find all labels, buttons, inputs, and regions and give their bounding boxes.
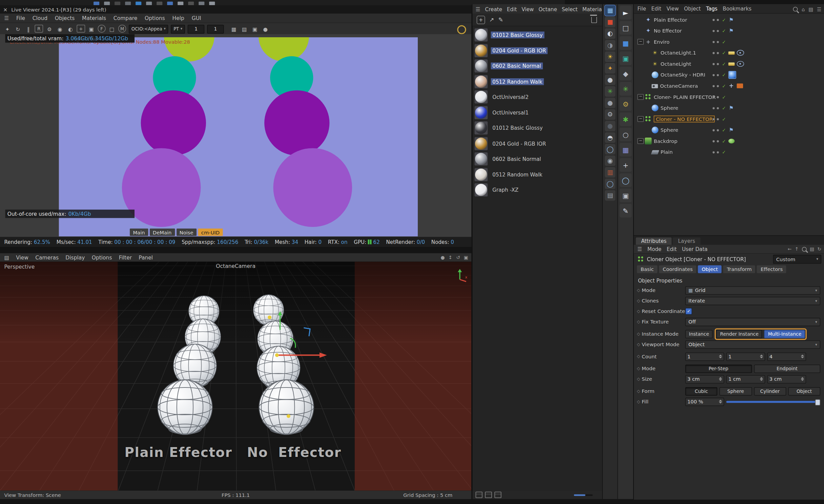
grid-view-icon[interactable] xyxy=(485,492,492,498)
texture-checker-icon[interactable]: ▦ xyxy=(605,5,615,16)
enabled-check-icon[interactable]: ✓ xyxy=(722,117,726,122)
object-tag-icon[interactable] xyxy=(728,17,735,23)
film-settings-icon[interactable]: F xyxy=(98,25,105,33)
samples-field-2[interactable]: 1 xyxy=(207,24,224,33)
menu-item[interactable]: GUI xyxy=(192,15,201,21)
form-sphere-button[interactable]: Sphere xyxy=(720,387,752,395)
material-item[interactable]: 0204 Gold - RGB IOR xyxy=(472,136,602,151)
add-pass-icon[interactable]: + xyxy=(77,25,85,33)
object-tags[interactable]: ✓ xyxy=(713,71,736,79)
hamburger-menu-icon[interactable]: ☰ xyxy=(4,15,9,21)
material-thumbnail[interactable] xyxy=(475,106,488,119)
sphere-material-2-icon[interactable]: ● xyxy=(605,98,615,108)
pen-tool-icon[interactable]: ✎ xyxy=(620,204,632,217)
object-row[interactable]: Backdrop ✓ xyxy=(634,135,824,147)
pick-focus-ring-icon[interactable] xyxy=(457,25,466,34)
key-icon[interactable]: ◇ xyxy=(637,342,640,347)
sphere-material-icon[interactable]: ● xyxy=(605,75,615,85)
form-object-button[interactable]: Object xyxy=(788,387,820,395)
tab-object[interactable]: Object xyxy=(698,265,722,273)
object-name[interactable]: OctaneLight.1 xyxy=(661,50,696,56)
render-visibility-dot[interactable] xyxy=(717,85,719,87)
count-z-field[interactable]: 4 xyxy=(767,352,806,361)
material-thumbnail[interactable] xyxy=(475,90,488,104)
tab-attributes[interactable]: Attributes xyxy=(636,237,672,245)
viewport-hamburger-icon[interactable]: ▤ xyxy=(4,254,9,260)
key-icon[interactable]: ◇ xyxy=(637,399,640,404)
material-thumbnail[interactable] xyxy=(475,75,488,88)
editor-visibility-dot[interactable] xyxy=(713,85,715,87)
tab-transform[interactable]: Transform xyxy=(723,265,755,273)
render-pass-tab[interactable]: cm-UID xyxy=(198,229,223,236)
menu-item[interactable]: Compare xyxy=(114,15,137,21)
shaded-sphere-icon[interactable]: ◓ xyxy=(605,132,615,143)
globe-icon[interactable]: ◯ xyxy=(605,144,615,154)
object-tags[interactable]: ✓ xyxy=(713,27,734,34)
delete-material-icon[interactable] xyxy=(591,17,597,23)
material-item[interactable]: 0512 Random Walk xyxy=(472,74,602,89)
expand-toggle-icon[interactable] xyxy=(637,39,644,45)
editor-visibility-dot[interactable] xyxy=(713,63,715,65)
menu-item[interactable]: Filter xyxy=(119,254,132,260)
tab-layers[interactable]: Layers xyxy=(673,237,700,245)
ocio-dropdown[interactable]: OCIO:<Appea▾ xyxy=(129,24,168,33)
menu-item[interactable]: Help xyxy=(172,15,184,21)
menu-item[interactable]: Cloud xyxy=(33,15,47,21)
enabled-check-icon[interactable]: ✓ xyxy=(722,39,726,45)
screen-display-icon[interactable]: ▣ xyxy=(620,51,632,65)
count-x-field[interactable]: 1 xyxy=(685,352,724,361)
object-tag-icon[interactable] xyxy=(737,50,744,56)
sphere-stack-icon[interactable]: ◉ xyxy=(605,155,615,166)
render-start-icon[interactable]: ✦ xyxy=(3,25,12,33)
object-row[interactable]: Cloner- PLAIN EFFECTOR ✓ xyxy=(634,91,824,103)
sphere-wire-icon[interactable]: ○ xyxy=(620,128,632,141)
sun-light-icon[interactable]: ☀ xyxy=(605,51,615,62)
list-view-icon[interactable] xyxy=(476,492,482,498)
object-tag-icon[interactable] xyxy=(728,139,735,143)
object-name[interactable]: Plain Effector xyxy=(654,17,687,23)
key-icon[interactable]: ◇ xyxy=(637,354,640,359)
material-thumbnail[interactable] xyxy=(475,60,488,73)
object-row[interactable]: OctaneCamera ✓ xyxy=(634,80,824,91)
thumbnail-size-slider[interactable] xyxy=(574,494,593,496)
material-thumbnail[interactable] xyxy=(475,28,488,42)
menu-item[interactable]: Cameras xyxy=(35,254,59,260)
editor-visibility-dot[interactable] xyxy=(713,52,715,54)
editor-visibility-dot[interactable] xyxy=(713,96,715,98)
render-visibility-dot[interactable] xyxy=(717,96,719,98)
form-cubic-button[interactable]: Cubic xyxy=(685,387,718,395)
enabled-check-icon[interactable]: ✓ xyxy=(722,17,726,22)
render-visibility-dot[interactable] xyxy=(717,74,719,76)
refresh-icon[interactable]: ↻ xyxy=(818,246,822,252)
object-row[interactable]: OctaneLight.1 ✓ xyxy=(634,47,824,59)
history-up-icon[interactable]: ↑ xyxy=(795,246,799,252)
panel-icon[interactable]: ▤ xyxy=(808,6,813,12)
fill-field[interactable]: 100 % xyxy=(685,397,724,406)
object-tags[interactable]: ✓ xyxy=(713,105,734,111)
sphere-icon[interactable]: ● xyxy=(261,25,270,33)
enabled-check-icon[interactable]: ✓ xyxy=(722,83,726,89)
menu-item[interactable]: View xyxy=(666,6,679,12)
menu-item[interactable]: Create xyxy=(485,6,502,12)
enabled-check-icon[interactable]: ✓ xyxy=(722,139,726,144)
object-name[interactable]: Sphere xyxy=(661,105,678,111)
object-tags[interactable]: ✓ xyxy=(713,139,734,144)
object-row[interactable]: Sphere ✓ xyxy=(634,102,824,113)
editor-visibility-dot[interactable] xyxy=(713,19,715,21)
object-tags[interactable]: ✓ xyxy=(713,127,734,133)
object-name[interactable]: Backdrop xyxy=(654,138,677,144)
render-view[interactable]: Check:0ms,/0ms. MeshGen:0ms. Update[GI]:… xyxy=(0,34,471,237)
object-name[interactable]: Plain xyxy=(661,149,673,155)
display-box-icon[interactable]: □ xyxy=(108,25,116,33)
history-back-icon[interactable]: ← xyxy=(788,246,792,252)
object-row[interactable]: No Effector ✓ xyxy=(634,25,824,36)
object-tags[interactable]: ✓ xyxy=(713,39,726,45)
object-tag-icon[interactable] xyxy=(728,83,735,89)
object-tags[interactable]: ✓ xyxy=(713,17,734,23)
object-tags[interactable]: ✓ xyxy=(713,117,726,122)
filter-ball-icon[interactable]: ● xyxy=(441,255,445,260)
menu-item[interactable]: User Data xyxy=(682,246,708,252)
menu-item[interactable]: View xyxy=(16,254,28,260)
material-ball-icon[interactable]: ◐ xyxy=(66,25,75,33)
render-pass-tab[interactable]: Noise xyxy=(176,229,196,236)
